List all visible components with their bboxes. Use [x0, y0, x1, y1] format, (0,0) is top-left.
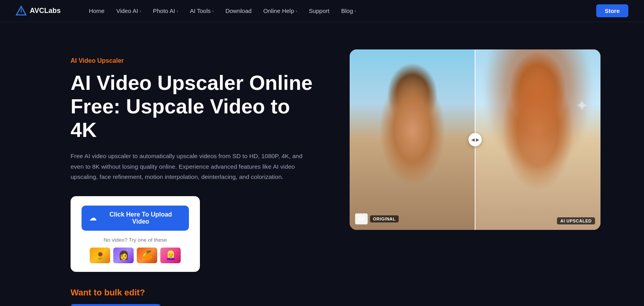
upload-icon: ☁ [89, 214, 96, 222]
upload-button[interactable]: ☁ Click Here To Upload Video [82, 206, 189, 231]
hero-tag: AI Video Upscaler [71, 57, 314, 64]
navigation: AVCLabs Home Video AI › Photo AI › AI To… [0, 0, 644, 22]
hair-accent [475, 49, 600, 190]
nav-support[interactable]: Support [304, 4, 334, 17]
portrait-upscaled: ✦ [475, 49, 600, 230]
bulk-edit-title: Want to bulk edit? [71, 288, 314, 298]
sample-thumbnails [82, 248, 189, 263]
logo-text: AVCLabs [30, 7, 61, 15]
comparison-handle[interactable]: ◄► [468, 133, 482, 146]
sample-thumb-2[interactable] [113, 248, 134, 263]
chevron-icon: › [212, 9, 214, 13]
upload-box: ☁ Click Here To Upload Video No video? T… [71, 196, 200, 272]
nav-download[interactable]: Download [221, 4, 256, 17]
upscaled-label: AI UPSCALED [557, 217, 595, 224]
chevron-icon: › [355, 9, 356, 13]
nav-ai-tools[interactable]: AI Tools › [185, 4, 218, 17]
portrait-original [350, 49, 475, 230]
hero-content-right: ✦ ◄► 🎞 ORIGINAL AI UPSCALED [345, 46, 605, 230]
upscaled-image-half: ✦ [475, 49, 600, 230]
chevron-icon: › [177, 9, 178, 13]
no-video-label: No video? Try one of these [82, 237, 189, 243]
nav-online-help[interactable]: Online Help › [259, 4, 302, 17]
nav-blog[interactable]: Blog › [336, 4, 361, 17]
video-icon: 🎞 [355, 213, 368, 224]
store-button[interactable]: Store [596, 4, 628, 17]
sample-thumb-4[interactable] [160, 248, 181, 263]
original-label: ORIGINAL [370, 215, 399, 222]
original-image-half [350, 49, 475, 230]
chevron-icon: › [140, 9, 141, 13]
chevron-icon: › [296, 9, 297, 13]
hero-section: AI Video Upscaler AI Video Upscaler Onli… [0, 22, 644, 306]
nav-links: Home Video AI › Photo AI › AI Tools › Do… [84, 4, 596, 17]
original-label-group: 🎞 ORIGINAL [355, 213, 399, 224]
bulk-edit-section: Want to bulk edit? ⬇ Free PC Download [71, 288, 314, 306]
hero-title: AI Video Upscaler Online Free: Uspcale V… [71, 71, 314, 142]
sample-thumb-3[interactable] [137, 248, 157, 263]
hero-description: Free AI video upscaler to automatically … [71, 151, 306, 182]
sample-thumb-1[interactable] [90, 248, 110, 263]
hero-content-left: AI Video Upscaler AI Video Upscaler Onli… [71, 46, 314, 306]
logo[interactable]: AVCLabs [16, 5, 61, 16]
sparkle-effect: ✦ [575, 97, 589, 115]
arrows-icon: ◄► [470, 137, 480, 143]
nav-home[interactable]: Home [84, 4, 109, 17]
nav-photo-ai[interactable]: Photo AI › [148, 4, 183, 17]
nav-video-ai[interactable]: Video AI › [112, 4, 146, 17]
comparison-slider[interactable]: ✦ ◄► 🎞 ORIGINAL AI UPSCALED [350, 49, 600, 230]
logo-icon [16, 5, 27, 16]
free-download-button[interactable]: ⬇ Free PC Download [71, 304, 161, 306]
